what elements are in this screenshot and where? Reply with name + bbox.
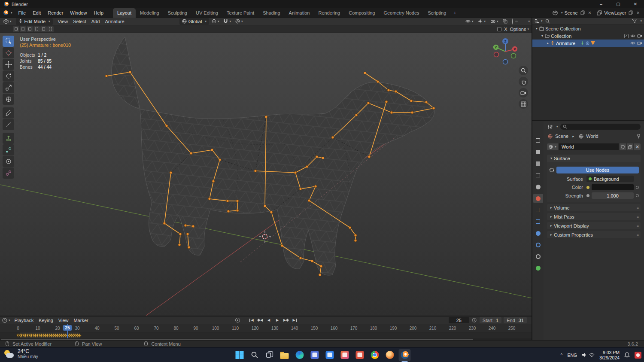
timeline-menu-playback[interactable]: Playback (12, 317, 36, 324)
outliner-search-icon[interactable] (545, 19, 550, 24)
armature-bone[interactable] (365, 73, 378, 82)
camera-icon[interactable] (637, 41, 642, 45)
app-menu-button[interactable]: ▾ (0, 10, 15, 15)
armature-joint[interactable] (192, 225, 194, 228)
select-mode-extend-button[interactable] (20, 26, 26, 32)
outliner-row-collection[interactable]: ▾Collection✓ (532, 32, 644, 40)
shading-rendered-button[interactable] (523, 21, 526, 22)
pin-icon[interactable] (637, 134, 641, 139)
tray-status-icons[interactable] (582, 353, 595, 357)
menu-render[interactable]: Render (44, 8, 67, 18)
surface-section-header[interactable]: ▾ Surface (547, 155, 641, 162)
new-view-layer-icon[interactable] (628, 10, 634, 15)
armature-joint[interactable] (281, 244, 283, 247)
transform-orientation-selector[interactable]: Global ▾ (179, 18, 209, 25)
pivot-point-button[interactable]: ▾ (210, 18, 221, 25)
browse-world-button[interactable]: ▾ (547, 143, 558, 150)
preview-range-icon[interactable] (471, 317, 477, 323)
workspace-tab-uv-editing[interactable]: UV Editing (191, 8, 222, 18)
tool-move-button[interactable] (3, 59, 14, 70)
drag-handle-icon[interactable]: ≡ (637, 206, 639, 210)
taskbar-store-button[interactable] (324, 349, 336, 361)
armature-joint[interactable] (355, 114, 358, 116)
playhead-frame-chip[interactable]: 25 (63, 325, 72, 331)
viewport-menu-view[interactable]: View (55, 18, 71, 25)
taskbar-mail-button[interactable] (309, 349, 321, 361)
fake-user-shield-icon[interactable] (620, 143, 626, 150)
taskbar-edge-button[interactable] (294, 349, 306, 361)
taskbar-task-view-button[interactable] (264, 349, 276, 361)
tool-measure-button[interactable] (3, 119, 14, 130)
expand-icon[interactable]: ▸ (545, 41, 550, 45)
tool-annotate-button[interactable] (3, 107, 14, 119)
strength-slider[interactable]: 1.000 (592, 192, 634, 199)
drag-handle-icon[interactable]: ≡ (637, 224, 639, 228)
armature-joint[interactable] (316, 155, 318, 158)
world-name-field[interactable]: World (559, 143, 619, 150)
properties-tab-modifiers[interactable] (533, 217, 543, 226)
properties-tab-particles[interactable] (533, 229, 543, 237)
menu-window[interactable]: Window (67, 8, 90, 18)
armature-joint[interactable] (349, 226, 351, 229)
new-scene-icon[interactable] (580, 10, 586, 15)
workspace-tab-layout[interactable]: Layout (113, 8, 136, 18)
armature-joint[interactable] (377, 80, 379, 83)
taskbar-search-button[interactable] (249, 349, 261, 361)
menu-file[interactable]: File (15, 8, 30, 18)
armature-joint[interactable] (320, 265, 322, 268)
armature-joint[interactable] (387, 89, 390, 91)
properties-tab-object-data[interactable] (533, 264, 543, 272)
add-workspace-button[interactable]: + (450, 8, 459, 18)
navigation-gizmo[interactable]: Z Y X (491, 37, 519, 65)
auto-keying-button[interactable] (235, 318, 240, 322)
3d-scene[interactable] (0, 33, 532, 316)
shading-material-button[interactable] (519, 21, 522, 22)
jump-to-start-button[interactable]: ◀ (248, 317, 255, 323)
workspace-tab-texture-paint[interactable]: Texture Paint (222, 8, 258, 18)
select-mode-subtract-button[interactable] (27, 26, 33, 32)
unlink-scene-icon[interactable]: ✕ (587, 11, 592, 15)
xray-toggle-button[interactable] (501, 18, 509, 25)
armature-joint[interactable] (236, 200, 239, 202)
properties-tab-physics[interactable] (533, 240, 543, 249)
previous-keyframe-button[interactable]: ◀ (256, 317, 264, 323)
snap-magnet-button[interactable]: ▾ (222, 18, 233, 25)
armature-joint[interactable] (299, 257, 302, 259)
mode-selector[interactable]: Edit Mode ▾ (16, 18, 53, 25)
unlink-datablock-icon[interactable]: ✕ (634, 143, 641, 150)
taskbar-start-button[interactable] (234, 349, 246, 361)
drag-handle-icon[interactable]: ≡ (637, 215, 639, 219)
armature-joint[interactable] (184, 224, 187, 227)
animate-strength-dot[interactable] (636, 194, 639, 197)
tool-select-box-button[interactable] (3, 36, 14, 47)
select-mode-invert-button[interactable] (33, 26, 40, 32)
armature-joint[interactable] (308, 199, 310, 202)
armature-joint[interactable] (331, 136, 334, 139)
armature-joint[interactable] (212, 180, 215, 183)
collapse-icon[interactable]: ▾ (534, 27, 539, 30)
tool-transform-button[interactable] (3, 94, 14, 105)
armature-joint[interactable] (314, 185, 317, 188)
current-frame-field[interactable]: 25 (449, 317, 469, 323)
close-button[interactable]: ✕ (627, 0, 644, 8)
shading-solid-button[interactable] (515, 21, 518, 22)
outliner-editor-type-button[interactable]: ▾ (535, 19, 543, 23)
workspace-tab-shading[interactable]: Shading (258, 8, 284, 18)
armature-joint[interactable] (294, 171, 297, 174)
outliner-filter-icon[interactable] (632, 19, 637, 23)
menu-edit[interactable]: Edit (29, 8, 44, 18)
properties-tab-tool[interactable] (533, 136, 543, 145)
options-button[interactable]: Options ▾ (510, 27, 529, 32)
editor-type-button[interactable]: ▾ (2, 18, 13, 25)
armature-joint[interactable] (432, 107, 435, 110)
view-layer-selector[interactable]: ViewLayer ✕ (596, 10, 641, 16)
section-viewport-display[interactable]: ▸Viewport Display≡ (547, 222, 641, 229)
armature-joint[interactable] (170, 171, 172, 174)
hidden-icons-chevron[interactable]: ^ (560, 353, 562, 358)
maximize-button[interactable]: ▢ (610, 0, 627, 8)
timeline-menu-view[interactable]: View (56, 317, 71, 324)
properties-tab-render[interactable] (533, 148, 543, 156)
properties-editor-icon[interactable] (547, 124, 553, 130)
breadcrumb-scene[interactable]: Scene (555, 134, 568, 139)
taskbar-office-button[interactable] (354, 349, 366, 361)
